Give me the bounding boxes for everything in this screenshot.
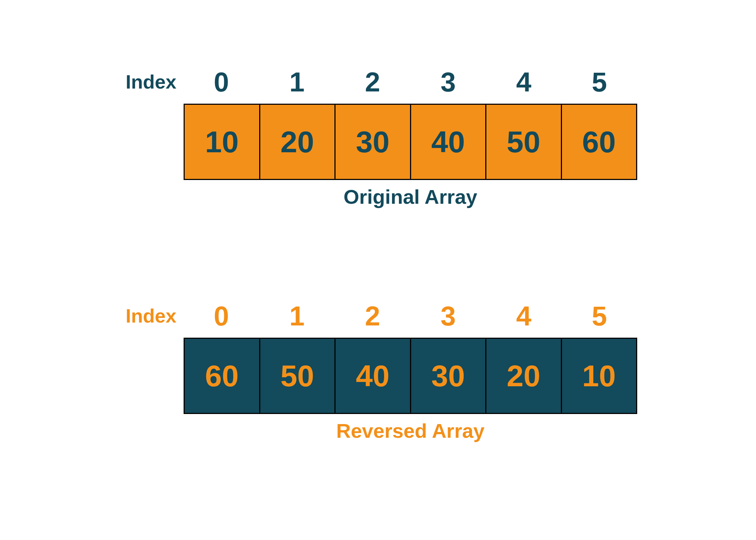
value-cell: 10 [562,339,636,413]
index-row-reversed: 0 1 2 3 4 5 [184,302,637,330]
index-cell: 4 [486,302,562,330]
index-cell: 5 [562,68,637,96]
value-cell: 30 [411,339,487,413]
index-label-reversed: Index [119,305,176,327]
index-cell: 3 [410,302,486,330]
value-cell: 20 [260,105,336,179]
array-row-reversed: 60 50 40 30 20 10 [184,338,637,414]
array-row-original: 10 20 30 40 50 60 [184,104,637,180]
index-cell: 2 [335,302,410,330]
array-diagram: Index 0 1 2 3 4 5 10 20 30 40 50 60 Orig… [0,0,756,540]
index-cell: 2 [335,68,410,96]
index-cell: 4 [486,68,562,96]
index-cell: 1 [259,302,335,330]
index-cell: 0 [184,302,259,330]
value-cell: 50 [486,105,562,179]
index-cell: 3 [410,68,486,96]
value-cell: 10 [185,105,260,179]
index-cell: 1 [259,68,335,96]
caption-reversed: Reversed Array [184,419,637,442]
value-cell: 60 [562,105,636,179]
value-cell: 40 [336,339,411,413]
value-cell: 40 [411,105,487,179]
caption-original: Original Array [184,185,637,208]
index-cell: 5 [562,302,637,330]
index-cell: 0 [184,68,259,96]
value-cell: 50 [260,339,336,413]
value-cell: 30 [336,105,411,179]
value-cell: 20 [486,339,562,413]
index-row-original: 0 1 2 3 4 5 [184,68,637,96]
index-label-original: Index [119,71,176,93]
value-cell: 60 [185,339,260,413]
